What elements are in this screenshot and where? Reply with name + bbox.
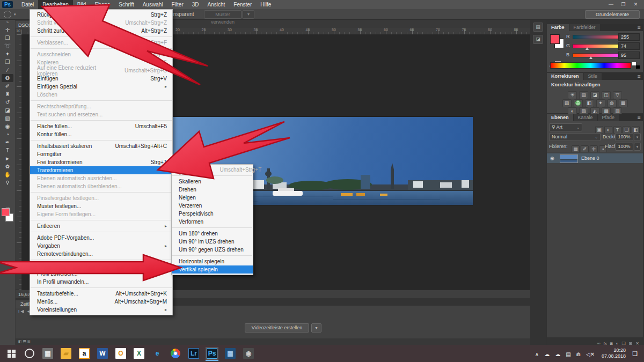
tab-korrekturen[interactable]: Korrekturen — [547, 73, 583, 80]
zoom-tool[interactable]: ⚲ — [2, 179, 13, 187]
fill-value[interactable]: 100% — [615, 143, 633, 151]
gradient-tool[interactable]: ▧ — [2, 114, 13, 122]
outlook-icon[interactable]: O — [114, 347, 127, 360]
menu-item-erneut-transformieren[interactable]: Erneut transformierenUmschalt+Strg+T — [172, 166, 253, 174]
lasso-tool[interactable]: ➰ — [2, 42, 13, 50]
create-video-timeline-button[interactable]: Videozeitleiste erstellen — [245, 323, 309, 333]
channel-slider-g[interactable] — [573, 44, 620, 48]
menubar-item-auswahl[interactable]: Auswahl — [138, 0, 167, 9]
rectangular-marquee-tool[interactable]: ❏ — [2, 34, 13, 42]
dodge-tool[interactable]: ◔ — [2, 130, 13, 138]
menu-item-rechtschreibpr-fung[interactable]: Rechtschreibprüfung... — [30, 102, 172, 110]
excel-icon[interactable]: X — [133, 347, 145, 360]
collapsed-panel-icon-1[interactable]: ◪ — [533, 35, 543, 44]
tab-stile[interactable]: Stile — [584, 73, 602, 80]
word-icon[interactable]: W — [96, 347, 109, 360]
menu-item-transformieren[interactable]: Transformieren▸ — [30, 166, 172, 174]
menu-item-einf-gen-spezial[interactable]: Einfügen Spezial▸ — [30, 83, 172, 91]
tool-preset-dropdown-icon[interactable]: ▾ — [14, 12, 16, 17]
hand-tool[interactable]: ✋ — [2, 171, 13, 179]
menu-item-drehen[interactable]: Drehen — [172, 186, 253, 194]
cortana-search-button[interactable] — [23, 347, 36, 360]
file-explorer-icon[interactable]: ▰ — [60, 347, 72, 360]
tab-farbfelder[interactable]: Farbfelder — [569, 24, 600, 31]
menu-item-verzerren[interactable]: Verzerren — [172, 202, 253, 210]
menu-item-formgitter[interactable]: Formgitter — [30, 150, 172, 158]
menu-item-verblassen[interactable]: Verblassen...Umschalt+Strg+F — [30, 39, 172, 47]
menubar-item-datei[interactable]: Datei — [17, 0, 38, 9]
workspace-switcher-button[interactable]: Grundelemente — [585, 10, 640, 19]
layer-thumbnail[interactable] — [560, 154, 578, 163]
eraser-tool[interactable]: ◪ — [2, 106, 13, 114]
menu-item-tastaturbefehle[interactable]: Tastaturbefehle...Alt+Umschalt+Strg+K — [30, 290, 172, 298]
opacity-dropdown[interactable]: ▾ — [634, 133, 641, 141]
channel-value[interactable]: 95 — [618, 51, 640, 59]
panel-foreground-swatch[interactable] — [550, 34, 560, 44]
layer-visibility-eye-icon[interactable]: ◉ — [550, 156, 554, 161]
channel-slider-b[interactable] — [573, 53, 620, 57]
action-center-icon[interactable]: ❑ — [632, 350, 638, 357]
menu-item-skalieren[interactable]: Skalieren — [172, 178, 253, 186]
layers-panel-menu-icon[interactable]: ≣ — [637, 114, 643, 121]
start-button[interactable] — [5, 347, 18, 360]
brush-tool[interactable]: ✐ — [2, 82, 13, 90]
spectrum-white-black[interactable] — [632, 62, 640, 69]
menu-item-auf-eine-ebene-reduziert-kopieren[interactable]: Auf eine Ebene reduziert kopierenUmschal… — [30, 67, 172, 75]
tool-preset-icon[interactable] — [4, 11, 11, 18]
eyedropper-tool[interactable]: ∕ — [2, 66, 13, 74]
menu-item-fl-che-f-llen[interactable]: Fläche füllen...Umschalt+F5 — [30, 122, 172, 130]
minimize-button[interactable]: — — [605, 1, 617, 9]
chrome-icon[interactable] — [169, 347, 182, 360]
menu-item-voreinstellungen[interactable]: Voreinstellungen▸ — [30, 306, 172, 314]
menubar-item-schrift[interactable]: Schrift — [114, 0, 138, 9]
menu-item-farbeinstellungen[interactable]: Farbeinstellungen...Umschalt+Strg+K — [30, 262, 172, 270]
menu-item-um-180-drehen[interactable]: Um 180° drehen — [172, 230, 253, 238]
color-spectrum-ramp[interactable] — [550, 62, 631, 69]
lightroom-icon[interactable]: Lr — [187, 347, 200, 360]
menu-item-inhaltsbasiert-skalieren[interactable]: Inhaltsbasiert skalierenUmschalt+Strg+Al… — [30, 142, 172, 150]
history-brush-tool[interactable]: ↺ — [2, 98, 13, 106]
menu-item-ebenen-automatisch-berblenden[interactable]: Ebenen automatisch überblenden... — [30, 182, 172, 190]
menu-item-text-suchen-und-ersetzen[interactable]: Text suchen und ersetzen... — [30, 110, 172, 119]
channel-value[interactable]: 74 — [618, 42, 640, 50]
use-pattern-button[interactable]: Muster verwenden — [204, 10, 241, 19]
edge-icon[interactable]: e — [151, 347, 164, 360]
remote-app-icon[interactable]: ▦ — [224, 347, 237, 360]
layer-row-ebene-0[interactable]: ◉ Ebene 0 — [547, 153, 643, 163]
menu-item-ausschneiden[interactable]: AusschneidenStrg+X — [30, 50, 172, 58]
tray-icon-4[interactable]: ⋒ — [576, 351, 581, 357]
menubar-item-hilfe[interactable]: Hilfe — [256, 0, 275, 9]
pattern-dropdown-button[interactable]: ▾ — [243, 10, 254, 19]
menubar-item-bild[interactable]: Bild — [73, 0, 91, 9]
menu-item-perspektivisch[interactable]: Perspektivisch — [172, 210, 253, 218]
menu-item-horizontal-spiegeln[interactable]: Horizontal spiegeln — [172, 257, 253, 265]
menu-item-adobe-pdf-vorgaben[interactable]: Adobe PDF-Vorgaben... — [30, 234, 172, 242]
menu-item-schritt-vorw-rts[interactable]: Schritt vorwärtsUmschalt+Strg+Z — [30, 19, 172, 27]
tray-icon-3[interactable]: ▤ — [566, 351, 570, 357]
tray-icon-0[interactable]: ∧ — [535, 351, 539, 357]
taskbar-clock[interactable]: 20:28 07.08.2018 — [602, 348, 626, 359]
menu-item-muster-festlegen[interactable]: Muster festlegen... — [30, 202, 172, 210]
pen-tool[interactable]: ✒ — [2, 138, 13, 146]
menu-item-kontur-f-llen[interactable]: Kontur füllen... — [30, 130, 172, 138]
menu-item-pinselvorgabe-festlegen[interactable]: Pinselvorgabe festlegen... — [30, 194, 172, 202]
menu-item-verformen[interactable]: Verformen — [172, 218, 253, 226]
channel-value[interactable]: 255 — [618, 33, 640, 41]
menubar-item-ansicht[interactable]: Ansicht — [203, 0, 230, 9]
custom-shape-tool[interactable]: ✿ — [2, 162, 13, 171]
menu-item-vertikal-spiegeln[interactable]: Vertikal spiegeln — [172, 265, 253, 274]
clone-stamp-tool[interactable]: ♜ — [2, 90, 13, 98]
slider-handle[interactable] — [589, 56, 592, 59]
channel-slider-r[interactable] — [573, 35, 620, 39]
menu-item-neigen[interactable]: Neigen — [172, 194, 253, 202]
tab-pfade[interactable]: Pfade — [598, 114, 619, 121]
type-tool[interactable]: T — [2, 146, 13, 154]
slider-handle[interactable] — [586, 47, 589, 50]
maximize-button[interactable]: ❐ — [617, 1, 630, 9]
tab-ebenen[interactable]: Ebenen — [547, 114, 573, 121]
tray-icon-2[interactable]: ☁ — [555, 351, 560, 357]
menu-item-r-ckg-ngig[interactable]: RückgängigStrg+Z — [30, 11, 172, 19]
menu-item-l-schen[interactable]: Löschen — [30, 91, 172, 99]
crop-tool[interactable]: ❐ — [2, 58, 13, 66]
fill-dropdown[interactable]: ▾ — [634, 143, 641, 151]
